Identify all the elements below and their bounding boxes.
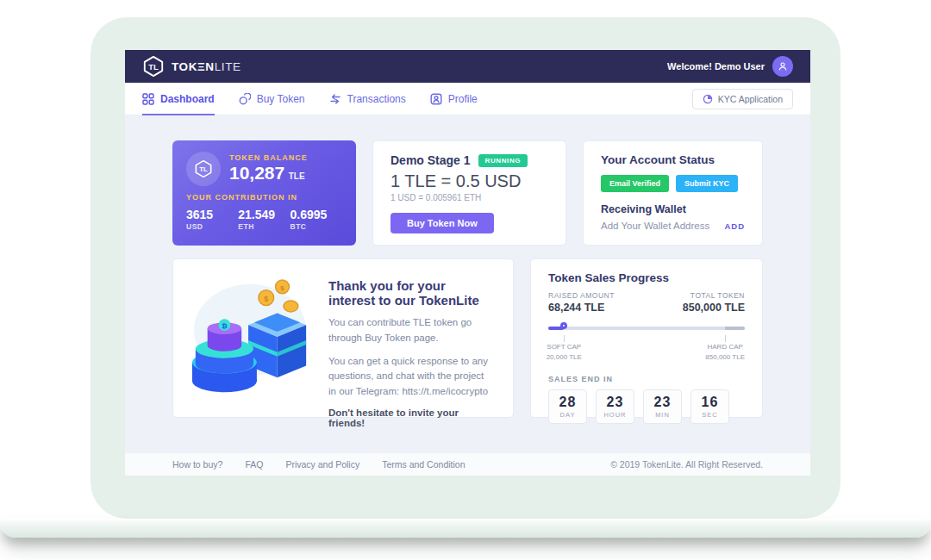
pie-chart-icon [703, 94, 713, 104]
token-coin-icon: TL [186, 152, 221, 186]
total-token: TOTAL TOKEN 850,000 TLE [683, 291, 745, 314]
token-balance-unit: TLE [289, 171, 305, 181]
app-header: TL TOKΞNLITE Welcome! Demo User [125, 50, 810, 83]
svg-text:TL: TL [148, 63, 159, 72]
coins-icon [239, 93, 251, 105]
token-sales-progress-card: Token Sales Progress RAISED AMOUNT 68,24… [530, 258, 763, 418]
countdown-days: 28 DAY [548, 389, 587, 424]
account-status-card: Your Account Status Email Verified Submi… [583, 140, 763, 246]
nav-label: Profile [448, 93, 478, 105]
contribution-eth: 21.549 ETH [238, 207, 290, 231]
nav-label: Buy Token [257, 93, 305, 105]
avatar[interactable] [772, 56, 793, 77]
footer-link-how-to-buy[interactable]: How to buy? [172, 459, 222, 470]
laptop-base [0, 519, 931, 538]
soft-cap-label: SOFT CAP 20,000 TLE [547, 342, 582, 363]
countdown-hours: 23 HOUR [596, 389, 634, 424]
welcome-message-card: $ $ ₿ [172, 258, 514, 418]
hard-cap-label: HARD CAP 850,000 TLE [705, 342, 745, 363]
svg-text:$: $ [264, 295, 268, 303]
token-balance-card: TL TOKEN BALANCE 10,287 TLE YOUR CONTRIB… [172, 140, 356, 246]
thanks-paragraph-1: You can contribute TLE token go through … [328, 315, 492, 346]
coins-illustration: $ $ ₿ [187, 273, 315, 403]
slider-beyond-hardcap [725, 327, 745, 330]
hard-cap-tick [725, 335, 726, 342]
thanks-paragraph-2: You can get a quick response to any ques… [328, 354, 492, 400]
nav-item-profile[interactable]: Profile [430, 83, 478, 115]
kyc-application-button[interactable]: KYC Application [692, 89, 793, 109]
slider-track [548, 327, 745, 330]
nav-label: Dashboard [160, 93, 215, 105]
email-verified-badge[interactable]: Email Verified [601, 175, 669, 192]
sales-progress-slider [548, 322, 745, 334]
footer-link-faq[interactable]: FAQ [245, 459, 263, 470]
swap-arrows-icon [329, 93, 341, 105]
kyc-button-label: KYC Application [718, 94, 783, 104]
app-footer: How to buy? FAQ Privacy and Policy Terms… [125, 453, 810, 476]
welcome-text: Welcome! Demo User [667, 61, 765, 72]
slider-knob[interactable] [560, 322, 567, 329]
footer-link-privacy[interactable]: Privacy and Policy [285, 459, 359, 470]
bottom-cards-row: $ $ ₿ [172, 258, 763, 418]
dashboard-grid-icon [142, 93, 154, 105]
buy-token-now-button[interactable]: Buy Token Now [391, 213, 494, 233]
app-screen: TL TOKΞNLITE Welcome! Demo User [125, 50, 810, 476]
wallet-address-hint: Add Your Wallet Address [601, 221, 709, 231]
dashboard-body: TL TOKEN BALANCE 10,287 TLE YOUR CONTRIB… [125, 115, 810, 418]
main-nav: Dashboard Buy Token Transactions [125, 83, 810, 115]
thanks-paragraph-3: Don't hesitate to invite your friends! [328, 408, 492, 428]
account-status-title: Your Account Status [601, 153, 745, 166]
token-rate: 1 TLE = 0.5 USD [391, 171, 548, 191]
top-cards-row: TL TOKEN BALANCE 10,287 TLE YOUR CONTRIB… [172, 140, 763, 246]
stage-title: Demo Stage 1 [391, 153, 471, 167]
nav-item-dashboard[interactable]: Dashboard [142, 83, 215, 115]
soft-cap-tick [564, 335, 565, 342]
footer-link-terms[interactable]: Terms and Condition [382, 459, 465, 470]
sales-end-label: SALES END IN [548, 375, 745, 383]
profile-icon [430, 93, 442, 105]
brand-logo[interactable]: TL TOKΞNLITE [142, 55, 241, 78]
nav-label: Transactions [347, 93, 406, 105]
nav-item-transactions[interactable]: Transactions [329, 83, 406, 115]
token-balance-label: TOKEN BALANCE [229, 153, 308, 162]
svg-text:₿: ₿ [222, 322, 228, 330]
svg-text:$: $ [280, 284, 284, 292]
user-menu[interactable]: Welcome! Demo User [667, 56, 793, 77]
user-icon [777, 60, 789, 72]
running-badge: RUNNING [478, 154, 528, 167]
contribution-btc: 0.6995 BTC [291, 207, 342, 231]
laptop-mockup: TL TOKΞNLITE Welcome! Demo User [0, 0, 931, 560]
tokenlite-logo-icon: TL [142, 55, 165, 78]
submit-kyc-badge[interactable]: Submit KYC [676, 175, 738, 192]
countdown-seconds: 16 SEC [690, 389, 729, 424]
raised-amount: RAISED AMOUNT 68,244 TLE [548, 291, 615, 314]
progress-title: Token Sales Progress [548, 271, 745, 284]
receiving-wallet-title: Receiving Wallet [601, 203, 745, 215]
nav-item-buy-token[interactable]: Buy Token [239, 83, 305, 115]
token-stage-card: Demo Stage 1 RUNNING 1 TLE = 0.5 USD 1 U… [372, 140, 566, 246]
copyright: © 2019 TokenLite. All Right Reserved. [610, 459, 763, 470]
svg-text:TL: TL [199, 165, 208, 173]
countdown-minutes: 23 MIN [643, 389, 682, 424]
brand-name: TOKΞNLITE [172, 60, 241, 73]
contribution-usd: 3615 USD [186, 207, 238, 231]
contribution-label: YOUR CONTRIBUTION IN [186, 193, 342, 202]
countdown: 28 DAY 23 HOUR 23 MIN 16 [548, 389, 745, 424]
token-sub-rate: 1 USD = 0.005961 ETH [391, 193, 548, 202]
add-wallet-button[interactable]: ADD [724, 221, 745, 231]
thanks-title: Thank you for your interest to our Token… [328, 278, 492, 308]
token-balance-amount: 10,287 [229, 163, 284, 183]
